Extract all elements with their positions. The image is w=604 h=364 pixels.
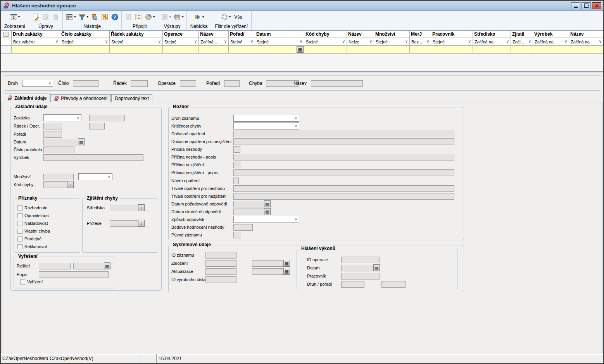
col-cislo-zakazky-header[interactable]: Číslo zakázky	[60, 31, 110, 38]
col-mnozstvi-cell[interactable]	[374, 46, 410, 53]
attach-media-button[interactable]: ▾	[145, 13, 155, 21]
col-cislo-zakazky-cell[interactable]	[60, 46, 110, 53]
tab-prevody-a-ohodnoceni[interactable]: Převody a ohodnocení	[50, 94, 111, 102]
profese-lookup-button[interactable]: ↓	[138, 220, 145, 227]
col-nazev-vyrobku-filter[interactable]: Začíná na∨	[569, 38, 604, 46]
prodejne-checkbox[interactable]	[17, 236, 22, 242]
col-radek-zakazky-header[interactable]: Řádek zakázky	[110, 31, 163, 38]
zalozeni-calendar-button[interactable]: ▦	[283, 260, 290, 267]
col-druh-zakazky-header[interactable]: Druh zakázky	[12, 31, 60, 38]
nakladovost-checkbox[interactable]	[17, 221, 22, 226]
menu-button[interactable]: ▾	[194, 13, 204, 21]
col-datum-header[interactable]: Datum	[255, 31, 304, 38]
col-poradi-filter[interactable]: Stejné∨	[229, 38, 255, 46]
col-mnozstvi-filter[interactable]: Stejné∨	[374, 38, 410, 46]
resitel-calendar-button[interactable]: ▦	[104, 262, 110, 269]
col-mnozstvi-header[interactable]: Množství	[374, 31, 410, 38]
tab-zakladni-udaje[interactable]: Základní údaje	[4, 93, 50, 102]
zpusob-odpovedi-combo[interactable]: ∨	[233, 216, 299, 223]
datum-skutecne-calendar-button[interactable]: ▦	[264, 208, 271, 215]
col-datum-cell[interactable]: ▦	[255, 46, 304, 53]
minimize-button[interactable]	[571, 2, 580, 9]
col-kod-chyby-cell[interactable]	[304, 46, 347, 53]
select-all-checkbox[interactable]	[3, 32, 9, 37]
col-pracovnik-cell[interactable]	[431, 46, 473, 53]
col-zjistil-cell[interactable]	[511, 46, 533, 53]
col-druh-zakazky-filter[interactable]: Bez výběru∨	[12, 38, 60, 46]
kriticnost-chyby-combo[interactable]: ∨	[233, 122, 299, 129]
col-druh-zakazky-cell[interactable]	[12, 46, 60, 53]
col-nazev-operace-header[interactable]: Název	[199, 31, 229, 38]
stredisko-lookup-button[interactable]: ↓	[138, 204, 145, 211]
col-cislo-zakazky-filter[interactable]: Stejné∨	[60, 38, 110, 46]
col-radek-zakazky-filter[interactable]: Stejné∨	[110, 38, 163, 46]
col-zjistil-filter[interactable]: Zači...∨	[511, 38, 533, 46]
col-nazev-vyrobku-cell[interactable]	[569, 46, 604, 53]
merj-combo[interactable]: ∨	[78, 173, 112, 180]
col-vyrobek-filter[interactable]: Začíná na∨	[533, 38, 569, 46]
col-radek-zakazky-cell[interactable]	[110, 46, 163, 53]
grid-settings-button[interactable]: ▾	[66, 13, 76, 21]
col-select-header	[1, 31, 12, 38]
col-zjistil-header[interactable]: Zjistil	[511, 31, 533, 38]
col-operace-cell[interactable]	[163, 46, 199, 53]
filter-vyrizeni-button[interactable]: ▾	[221, 13, 231, 21]
col-nazev-vyrobku-header[interactable]: Název	[569, 31, 604, 38]
print-button[interactable]: ▾	[173, 13, 184, 21]
col-nazev-chyby-filter[interactable]: Nelze∨	[347, 38, 374, 46]
col-operace-filter[interactable]: Stejné∨	[163, 38, 199, 46]
col-stredisko-cell[interactable]	[473, 46, 511, 53]
tab-doprovodny-text[interactable]: Doprovodný text	[111, 94, 152, 102]
vlastni-chyba-checkbox[interactable]	[17, 229, 22, 234]
parameters-button[interactable]	[101, 13, 109, 21]
new-record-button[interactable]	[32, 13, 40, 21]
filter-operator-label: Bez výběru	[13, 40, 35, 44]
col-vyrobek-cell[interactable]	[533, 46, 569, 53]
maximize-button[interactable]	[582, 2, 591, 9]
col-merj-cell[interactable]	[410, 46, 431, 53]
col-poradi-cell[interactable]	[229, 46, 255, 53]
col-merj-header[interactable]: MerJ	[410, 31, 431, 38]
radek-oper-label: Řádek / Oper.	[14, 124, 40, 128]
col-kod-chyby-filter[interactable]: Stejné∨	[304, 38, 347, 46]
hlaseni-datum-calendar-button[interactable]: ▦	[373, 264, 380, 271]
col-nazev-operace-filter[interactable]: Začíná...∨	[199, 38, 229, 46]
datum-calendar-button[interactable]: ▦	[78, 138, 85, 145]
col-stredisko-filter[interactable]: Začíná na∨	[473, 38, 511, 46]
datum-pozadovane-field	[233, 201, 264, 207]
datum-pozadovane-calendar-button[interactable]: ▦	[264, 200, 271, 207]
col-operace-header[interactable]: Operace	[163, 31, 199, 38]
filter-button[interactable]: ▾	[78, 13, 89, 21]
eye-rows-icon	[10, 13, 17, 21]
view-menu-button[interactable]: ▾	[10, 13, 20, 21]
col-kod-chyby-header[interactable]: Kód chyby	[304, 31, 347, 38]
zakazka-combo[interactable]: ∨	[43, 114, 81, 121]
kod-chyby-lookup-button[interactable]: ↓	[67, 181, 74, 188]
col-stredisko-header[interactable]: Středisko	[473, 31, 511, 38]
col-pracovnik-header[interactable]: Pracovník	[431, 31, 473, 38]
col-datum-filter[interactable]: Stejné∨	[255, 38, 304, 46]
druh-zaznamu-combo[interactable]: ∨	[233, 115, 299, 122]
col-nazev-chyby-cell[interactable]	[347, 46, 374, 53]
reklamovat-checkbox[interactable]	[17, 244, 22, 249]
attach-checklist-button[interactable]	[135, 13, 142, 21]
filter-current-value: Vše	[234, 14, 242, 20]
delete-record-button	[52, 13, 60, 21]
col-nazev-operace-cell[interactable]	[199, 46, 229, 53]
help-button[interactable]: ?	[111, 13, 119, 21]
col-vyrobek-header[interactable]: Výrobek	[533, 31, 569, 38]
col-poradi-header[interactable]: Pořadí	[229, 31, 255, 38]
aktualizace-label: Aktualizace	[171, 269, 193, 274]
druh-combo[interactable]: ∨	[22, 80, 53, 87]
close-button[interactable]: ×	[592, 2, 601, 9]
opravitelnost-checkbox[interactable]	[17, 213, 22, 218]
chevron-down-icon: ∨	[295, 116, 297, 120]
col-merj-filter[interactable]: Bez ...∨	[410, 38, 431, 46]
col-nazev-chyby-header[interactable]: Název	[347, 31, 374, 38]
aktualizace-calendar-button[interactable]: ▦	[283, 268, 290, 275]
copy-button[interactable]	[91, 13, 98, 21]
col-pracovnik-filter[interactable]: Stejné∨	[431, 38, 473, 46]
rozhodnuto-checkbox[interactable]	[17, 205, 22, 210]
cell-calendar-button[interactable]: ▦	[297, 46, 304, 53]
vyrizeni-checkbox[interactable]	[20, 279, 25, 285]
